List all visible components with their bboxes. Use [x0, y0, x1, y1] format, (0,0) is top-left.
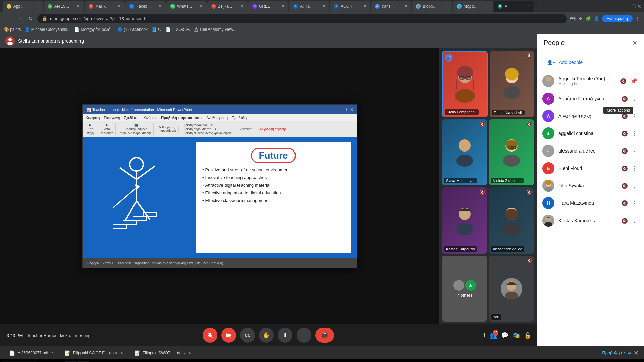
slide-title: Future	[251, 148, 296, 163]
mute-aggelidi-button[interactable]: 🔇	[620, 129, 629, 138]
maximize-button[interactable]: ☐	[632, 4, 636, 9]
add-people-button[interactable]: 👤+ Add people	[542, 56, 639, 68]
svg-line-4	[120, 168, 137, 179]
more-eleni-button[interactable]: ⋮	[631, 164, 639, 173]
person-info-kostas-list: Kostas Karpouzis	[558, 218, 616, 223]
safety-button[interactable]: 🔒	[524, 331, 531, 339]
download-item-3[interactable]: 📝 Filippaki SWOT I....docx ∧	[130, 347, 195, 359]
bookmark-paints[interactable]: 🎨 paints	[4, 27, 21, 32]
refresh-button[interactable]: ↻	[27, 14, 34, 23]
more-options-button[interactable]: ⋮	[297, 328, 311, 343]
bookmark-ev[interactable]: 📘 εν	[152, 27, 162, 32]
person-name-hara: Hara Matzavinou	[558, 200, 616, 206]
participant-tile-alessandra[interactable]: 🔇 alessandra de leo	[489, 187, 534, 254]
mute-filio-button[interactable]: 🔇	[620, 181, 629, 190]
menu-icon[interactable]: ⋮	[635, 16, 640, 21]
more-kostas-button[interactable]: ⋮	[631, 216, 639, 225]
mute-alessandra-button[interactable]: 🔇	[620, 146, 629, 156]
extensions-icon[interactable]: 🧩	[585, 16, 591, 21]
participant-tile-violeta[interactable]: 🔇 Violeta Zidoniene	[489, 119, 534, 186]
forward-button[interactable]: →	[15, 14, 23, 23]
svg-point-21	[503, 86, 520, 99]
participant-tile-you[interactable]: 🔇 You	[489, 256, 534, 322]
tab-gree[interactable]: G GREE... ✕	[248, 1, 288, 12]
download-caret-1[interactable]: ∧	[51, 351, 54, 355]
person-item-hara: H Hara Matzavinou 🔇 ⋮	[537, 194, 644, 212]
profile-icon[interactable]: 👤	[594, 16, 599, 21]
tab-aith[interactable]: A AITH... ✕	[289, 1, 329, 12]
close-download-bar-button[interactable]: ✕	[634, 349, 639, 357]
tab-morf[interactable]: 🌐 Μορφ... ✕	[453, 1, 493, 12]
more-hara-button[interactable]: ⋮	[631, 199, 639, 208]
chat-button[interactable]: 💬	[501, 331, 508, 339]
tab-transl[interactable]: G transl... ✕	[371, 1, 411, 12]
update-button[interactable]: Ενημέρωση	[602, 15, 633, 22]
more-dimitra-button[interactable]: ⋮	[631, 94, 639, 103]
mute-aggeliki-button[interactable]: 🔇	[619, 77, 628, 86]
tab-whats[interactable]: W Whats... ✕	[166, 1, 207, 12]
bookmark-mosx[interactable]: 📄 Μοσχαράκι ρολό...	[74, 27, 114, 32]
tab-diadr[interactable]: 🌐 Διαδρ... ✕	[412, 1, 452, 12]
tab-appli[interactable]: A Appli... ✕	[3, 1, 43, 12]
person-item-eleni: E Eleni Flouri 🔇 ⋮	[537, 160, 644, 177]
minimize-button[interactable]: —	[626, 4, 630, 9]
back-button[interactable]: ←	[4, 14, 12, 23]
raise-hand-button[interactable]: ✋	[259, 328, 274, 343]
end-call-button[interactable]: 📵	[315, 328, 334, 343]
present-button[interactable]: ⬆	[278, 328, 292, 343]
participant-tile-stella[interactable]: 🎤 Stella Lamprianou	[442, 51, 488, 117]
show-all-button[interactable]: Προβολή όλων	[602, 350, 631, 355]
cast-icon[interactable]: 📷	[570, 16, 576, 21]
mute-button[interactable]	[203, 328, 217, 343]
address-bar[interactable]: 🔒 meet.google.com/ugh-zsvw-rar?pli=1&aut…	[37, 14, 567, 23]
person-actions-alessandra: 🔇 ⋮	[620, 146, 639, 156]
camera-button[interactable]	[221, 328, 236, 343]
slide-points: •Positive and stress-free school environ…	[202, 167, 344, 203]
download-caret-2[interactable]: ∧	[120, 351, 123, 355]
more-aggelidi-button[interactable]: ⋮	[631, 129, 639, 138]
mute-dimitra-button[interactable]: 🔇	[620, 94, 629, 103]
mute-lina-button[interactable]: 🔇	[620, 112, 629, 121]
tab-zeljka[interactable]: Z Zeljka... ✕	[207, 1, 248, 12]
tab-facebook[interactable]: f Faceb... ✕	[125, 1, 166, 12]
tab-accr[interactable]: A ACCR... ✕	[330, 1, 370, 12]
mute-kostas-button[interactable]: 🔇	[620, 216, 629, 225]
presenter-bar: Stella Lamprianou is presenting	[0, 34, 537, 48]
person-name-kostas-list: Kostas Karpouzis	[558, 218, 616, 223]
info-button[interactable]: ℹ	[483, 331, 486, 339]
activities-button[interactable]: 🎭	[513, 331, 520, 339]
tab-meet[interactable]: M M ✕	[494, 1, 534, 12]
bookmark-michael[interactable]: 👤 Michael Cacoyannis...	[25, 27, 70, 32]
cc-button[interactable]: CC	[240, 328, 255, 343]
tab-mail[interactable]: ✉ Mail -... ✕	[85, 1, 125, 12]
slide-point-4: •Effective adaptation to digital educati…	[202, 190, 344, 195]
bookmark-icon[interactable]: ★	[578, 16, 583, 21]
new-tab-button[interactable]: +	[535, 3, 544, 10]
kostas-mute-icon: 🔇	[479, 189, 485, 195]
close-window-button[interactable]: ✕	[637, 4, 641, 9]
mute-hara-button[interactable]: 🔇	[620, 199, 629, 208]
bookmark-ergasia[interactable]: 📄 ERGASIA	[166, 27, 190, 32]
person-actions-filio: 🔇 ⋮	[620, 181, 639, 190]
participant-tile-slava[interactable]: 🔇 Slava Mezhdoyan	[442, 119, 487, 186]
download-item-1[interactable]: 📄 A 368628077.pdf ∧	[5, 347, 58, 359]
participant-tile-others[interactable]: a 7 others	[442, 256, 487, 322]
more-filio-button[interactable]: ⋮	[631, 181, 639, 190]
bookmark-cell[interactable]: 🔬 Cell Anatomy View...	[194, 27, 236, 32]
person-name-eleni: Eleni Flouri	[558, 166, 616, 171]
person-actions-kostas-list: 🔇 ⋮	[620, 216, 639, 225]
person-info-filio: Filio Syvaka	[558, 183, 616, 188]
more-lina-button[interactable]: ⋮	[631, 112, 639, 121]
close-people-panel-button[interactable]: ✕	[632, 39, 637, 47]
presentation-area: Stella Lamprianou is presenting 📊 Teache…	[0, 34, 537, 346]
download-item-2[interactable]: 📝 Filippaki SWOT E....docx ∧	[61, 347, 127, 359]
pin-aggeliki-button[interactable]: 📌	[629, 77, 639, 86]
download-caret-3[interactable]: ∧	[188, 351, 191, 355]
bookmark-facebook[interactable]: 🔵 (1) Facebook	[118, 27, 148, 32]
participant-tile-kostas[interactable]: 🔇 Kostas Karpouzis	[442, 187, 487, 254]
tab-ai4es[interactable]: A AI4ES... ✕	[44, 1, 84, 12]
mute-eleni-button[interactable]: 🔇	[620, 164, 629, 173]
more-alessandra-button[interactable]: ⋮	[631, 146, 639, 156]
person-name-lina: Λίνα Φιλιππάκη	[558, 113, 616, 119]
participant-tile-teona[interactable]: 🔇 Teona Niazashvili	[490, 51, 534, 117]
